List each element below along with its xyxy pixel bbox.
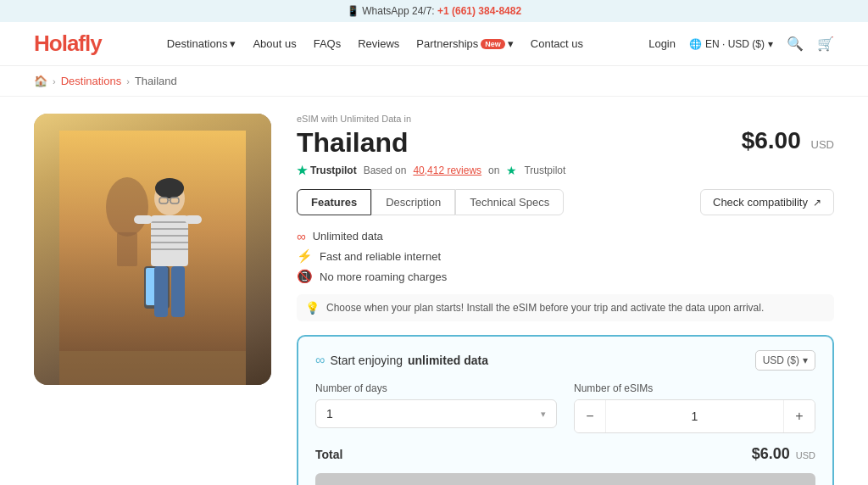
external-link-icon: ↗ bbox=[813, 197, 821, 209]
check-compatibility-button[interactable]: Check compatibility ↗ bbox=[700, 189, 834, 215]
days-field: Number of days 1 bbox=[315, 382, 557, 433]
language-selector[interactable]: 🌐 EN · USD ($) bbox=[689, 38, 773, 50]
quantity-value: 1 bbox=[605, 400, 784, 432]
svg-rect-14 bbox=[134, 215, 153, 224]
chevron-down-icon bbox=[768, 38, 773, 50]
plan-notice: 💡 Choose when your plan starts! Install … bbox=[297, 294, 834, 321]
days-select[interactable]: 1 bbox=[315, 399, 557, 428]
svg-rect-19 bbox=[171, 266, 185, 317]
home-icon[interactable]: 🏠 bbox=[34, 75, 47, 87]
breadcrumb-sep-1 bbox=[53, 76, 56, 86]
order-title: ∞ Start enjoying unlimited data bbox=[315, 353, 488, 368]
esims-field: Number of eSIMs − 1 + bbox=[574, 382, 815, 433]
banner-text: 📱 WhatsApp 24/7: +1 (661) 384-8482 bbox=[347, 5, 521, 17]
trustpilot-inline-star: ★ bbox=[506, 164, 517, 177]
features-list: ∞ Unlimited data ⚡ Fast and reliable int… bbox=[297, 229, 834, 284]
main-nav: Destinations About us FAQs Reviews Partn… bbox=[167, 37, 583, 50]
nav-reviews[interactable]: Reviews bbox=[358, 37, 399, 50]
product-image-svg bbox=[59, 131, 246, 385]
logo[interactable]: Holafly bbox=[34, 31, 102, 57]
banner-phone[interactable]: +1 (661) 384-8482 bbox=[437, 5, 521, 17]
product-image bbox=[34, 114, 271, 385]
unlimited-label: unlimited data bbox=[408, 354, 488, 367]
chevron-down-icon bbox=[230, 37, 236, 50]
breadcrumb-sep-2 bbox=[126, 76, 130, 86]
trustpilot-star-icon: ★ bbox=[297, 164, 308, 177]
breadcrumb-current: Thailand bbox=[135, 75, 177, 87]
svg-rect-20 bbox=[59, 351, 246, 385]
nav-partnerships[interactable]: Partnerships New bbox=[416, 37, 514, 50]
quantity-decrease-button[interactable]: − bbox=[575, 400, 605, 432]
order-box: ∞ Start enjoying unlimited data USD ($) … bbox=[297, 335, 834, 485]
breadcrumb-destinations[interactable]: Destinations bbox=[61, 75, 122, 87]
svg-point-1 bbox=[106, 177, 148, 237]
product-info: eSIM with Unlimited Data in Thailand $6.… bbox=[297, 114, 834, 485]
total-row: Total $6.00 USD bbox=[315, 445, 815, 463]
trustpilot-logo: ★ Trustpilot bbox=[297, 164, 357, 177]
price-currency: USD bbox=[811, 138, 834, 151]
review-count-link[interactable]: 40,412 reviews bbox=[413, 164, 481, 176]
chevron-down-icon bbox=[508, 37, 514, 50]
esims-label: Number of eSIMs bbox=[574, 382, 815, 394]
nav-destinations[interactable]: Destinations bbox=[167, 37, 236, 50]
svg-point-4 bbox=[155, 178, 184, 198]
tab-description[interactable]: Description bbox=[371, 189, 455, 215]
buy-esim-button[interactable]: Buy eSIM bbox=[315, 473, 815, 485]
info-icon: 💡 bbox=[305, 301, 320, 315]
bolt-icon: ⚡ bbox=[297, 248, 313, 264]
product-title: Thailand bbox=[297, 127, 409, 159]
chevron-down-icon bbox=[803, 354, 808, 366]
chevron-down-icon bbox=[541, 409, 546, 420]
svg-rect-18 bbox=[154, 266, 168, 317]
nav-faqs[interactable]: FAQs bbox=[314, 37, 342, 50]
product-tabs: Features Description Technical Specs Che… bbox=[297, 189, 834, 215]
header: Holafly Destinations About us FAQs Revie… bbox=[0, 22, 868, 66]
product-header-row: Thailand $6.00 USD bbox=[297, 127, 834, 164]
esim-quantity-control: − 1 + bbox=[574, 399, 815, 433]
currency-selector[interactable]: USD ($) bbox=[755, 350, 815, 371]
tab-technical-specs[interactable]: Technical Specs bbox=[455, 189, 564, 215]
login-button[interactable]: Login bbox=[648, 37, 676, 50]
main-content: eSIM with Unlimited Data in Thailand $6.… bbox=[0, 97, 868, 485]
breadcrumb: 🏠 Destinations Thailand bbox=[0, 66, 868, 97]
new-badge: New bbox=[481, 39, 505, 49]
infinity-icon: ∞ bbox=[315, 353, 325, 368]
esim-label: eSIM with Unlimited Data in bbox=[297, 114, 834, 124]
no-roaming-icon: 📵 bbox=[297, 269, 313, 284]
feature-unlimited-data: ∞ Unlimited data bbox=[297, 229, 834, 243]
tab-features[interactable]: Features bbox=[297, 189, 371, 215]
total-label: Total bbox=[315, 448, 342, 461]
price-display: $6.00 USD bbox=[742, 127, 834, 153]
search-icon[interactable]: 🔍 bbox=[787, 36, 804, 52]
tabs-left: Features Description Technical Specs bbox=[297, 189, 564, 215]
nav-about[interactable]: About us bbox=[253, 37, 296, 50]
trustpilot-row: ★ Trustpilot Based on 40,412 reviews on … bbox=[297, 164, 834, 177]
header-right: Login 🌐 EN · USD ($) 🔍 🛒 bbox=[648, 36, 834, 52]
order-fields: Number of days 1 Number of eSIMs − 1 + bbox=[315, 382, 815, 433]
feature-fast-internet: ⚡ Fast and reliable internet bbox=[297, 248, 834, 264]
svg-rect-2 bbox=[117, 232, 137, 266]
quantity-increase-button[interactable]: + bbox=[784, 400, 815, 432]
order-box-header: ∞ Start enjoying unlimited data USD ($) bbox=[315, 350, 815, 371]
infinity-icon: ∞ bbox=[297, 229, 306, 243]
cart-icon[interactable]: 🛒 bbox=[817, 36, 834, 52]
globe-icon: 🌐 bbox=[689, 38, 702, 50]
feature-no-roaming: 📵 No more roaming charges bbox=[297, 269, 834, 284]
total-price: $6.00 USD bbox=[752, 445, 815, 463]
nav-contact[interactable]: Contact us bbox=[531, 37, 583, 50]
price-container: $6.00 USD bbox=[742, 127, 834, 154]
total-currency: USD bbox=[796, 450, 815, 460]
svg-rect-15 bbox=[185, 215, 202, 224]
days-label: Number of days bbox=[315, 382, 557, 394]
top-banner: 📱 WhatsApp 24/7: +1 (661) 384-8482 bbox=[0, 0, 868, 22]
